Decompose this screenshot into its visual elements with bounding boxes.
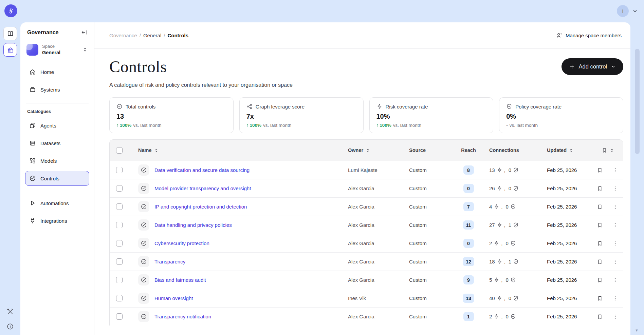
book-icon <box>7 30 14 37</box>
connections-separator: , <box>501 314 502 319</box>
row-menu-button[interactable] <box>607 259 623 265</box>
row-checkbox[interactable] <box>116 313 123 320</box>
user-avatar[interactable]: I <box>617 5 629 17</box>
manage-space-members-button[interactable]: Manage space members <box>556 32 622 39</box>
control-name-link[interactable]: Transparency notification <box>154 314 211 319</box>
space-selector[interactable]: Space General <box>25 44 89 56</box>
connections-cell: 2 , 0 <box>484 314 541 319</box>
table-row[interactable]: IP and copyright protection and detectio… <box>110 197 623 216</box>
sidebar-item-agents[interactable]: Agents <box>25 118 89 133</box>
sidebar-item-controls[interactable]: Controls <box>25 171 89 186</box>
column-header-reach[interactable]: Reach <box>453 147 484 153</box>
scrollbar-down-arrow[interactable]: ▼ <box>635 328 639 332</box>
bookmark-button[interactable] <box>592 185 607 192</box>
bookmark-button[interactable] <box>592 167 607 173</box>
breadcrumb-general[interactable]: General <box>143 33 161 38</box>
sidebar-item-systems[interactable]: Systems <box>25 82 89 97</box>
bolt-icon <box>494 204 499 210</box>
account-menu[interactable]: I <box>617 5 638 17</box>
row-checkbox[interactable] <box>116 167 123 173</box>
sort-icon[interactable] <box>366 148 370 153</box>
control-badge <box>138 201 149 212</box>
sidebar-item-home[interactable]: Home <box>25 64 89 79</box>
row-checkbox[interactable] <box>116 240 123 247</box>
app-logo[interactable] <box>4 4 17 17</box>
row-menu-button[interactable] <box>607 222 623 228</box>
row-checkbox[interactable] <box>116 295 123 301</box>
connections-cell: 26 , 0 <box>484 185 541 191</box>
table-row[interactable]: Transparency Alex Garcia Custom 12 18 , … <box>110 252 623 271</box>
row-menu-button[interactable] <box>607 167 623 173</box>
row-checkbox[interactable] <box>116 222 123 228</box>
sidebar-item-datasets[interactable]: Datasets <box>25 136 89 151</box>
governance-rail-button[interactable] <box>3 43 17 57</box>
row-checkbox[interactable] <box>116 203 123 210</box>
row-menu-button[interactable] <box>607 240 623 247</box>
bookmark-button[interactable] <box>592 277 607 283</box>
row-menu-button[interactable] <box>607 185 623 192</box>
sidebar-item-automations[interactable]: Automations <box>25 196 89 211</box>
control-badge <box>138 293 149 304</box>
row-menu-button[interactable] <box>607 204 623 210</box>
bookmark-button[interactable] <box>592 222 607 228</box>
bookmark-button[interactable] <box>592 204 607 210</box>
control-name-link[interactable]: Human oversight <box>154 295 193 301</box>
table-row[interactable]: Transparency notification Alex Garcia Cu… <box>110 307 623 326</box>
column-header-owner[interactable]: Owner <box>348 147 409 153</box>
connections-separator: , <box>504 185 505 191</box>
info-button[interactable] <box>6 323 14 330</box>
bookmark-button[interactable] <box>592 314 607 320</box>
shield-check-icon <box>510 314 516 319</box>
table-row[interactable]: Data verification and secure data sourci… <box>110 161 623 179</box>
row-checkbox[interactable] <box>116 185 123 192</box>
column-header-connections[interactable]: Connections <box>484 147 541 153</box>
sidebar-item-integrations[interactable]: Integrations <box>25 213 89 228</box>
bookmark-button[interactable] <box>592 259 607 265</box>
trend-up-arrow: ↑ <box>116 123 119 128</box>
column-header-bookmark[interactable] <box>592 147 623 153</box>
sidebar-item-label: Agents <box>40 123 56 129</box>
column-header-source[interactable]: Source <box>409 147 453 153</box>
bolt-icon <box>494 314 499 319</box>
column-header-updated[interactable]: Updated <box>541 147 592 153</box>
table-row[interactable]: Model provider transparency and oversigh… <box>110 179 623 197</box>
scrollbar-thumb[interactable] <box>635 49 640 154</box>
updated-cell: Feb 25, 2026 <box>541 295 592 301</box>
sort-icon[interactable] <box>610 148 614 153</box>
control-badge <box>138 183 149 194</box>
table-row[interactable]: Bias and fairness audit Alex Garcia Cust… <box>110 271 623 289</box>
column-header-name[interactable]: Name <box>129 147 348 153</box>
updated-cell: Feb 25, 2026 <box>541 314 592 319</box>
control-name-link[interactable]: Data handling and privacy policies <box>154 222 232 228</box>
control-name-link[interactable]: IP and copyright protection and detectio… <box>154 204 247 210</box>
row-checkbox[interactable] <box>116 277 123 283</box>
row-menu-button[interactable] <box>607 295 623 301</box>
breadcrumb-governance[interactable]: Governance <box>109 33 137 38</box>
collapse-sidebar-icon[interactable] <box>81 29 87 36</box>
row-menu-button[interactable] <box>607 314 623 320</box>
control-name-link[interactable]: Transparency <box>154 259 185 264</box>
bookmark-button[interactable] <box>592 295 607 301</box>
check-circle-icon <box>141 295 147 301</box>
control-name-link[interactable]: Data verification and secure data sourci… <box>154 167 250 173</box>
table-row[interactable]: Cybersecurity protection Alex Garcia Cus… <box>110 234 623 252</box>
sort-icon[interactable] <box>569 148 573 153</box>
shield-check-icon <box>510 240 516 246</box>
sort-icon[interactable] <box>154 148 159 153</box>
library-rail-button[interactable] <box>3 27 17 40</box>
row-menu-button[interactable] <box>607 277 623 283</box>
info-circle-icon <box>6 323 14 330</box>
add-control-button[interactable]: Add control <box>562 58 623 75</box>
table-row[interactable]: Data handling and privacy policies Alex … <box>110 216 623 234</box>
control-name-link[interactable]: Model provider transparency and oversigh… <box>154 185 251 191</box>
control-name-link[interactable]: Bias and fairness audit <box>154 277 206 283</box>
select-all-checkbox[interactable] <box>116 147 123 154</box>
stat-card-policy-coverage: Policy coverage rate 0% - vs. last month <box>499 97 623 133</box>
row-checkbox[interactable] <box>116 258 123 265</box>
control-name-link[interactable]: Cybersecurity protection <box>154 240 209 246</box>
tools-button[interactable] <box>6 308 14 315</box>
sidebar-item-models[interactable]: Models <box>25 153 89 168</box>
bookmark-button[interactable] <box>592 240 607 247</box>
table-row[interactable]: Human oversight Ines Vik Custom 13 40 , … <box>110 289 623 307</box>
bolt-connections-count: 13 <box>489 167 495 173</box>
